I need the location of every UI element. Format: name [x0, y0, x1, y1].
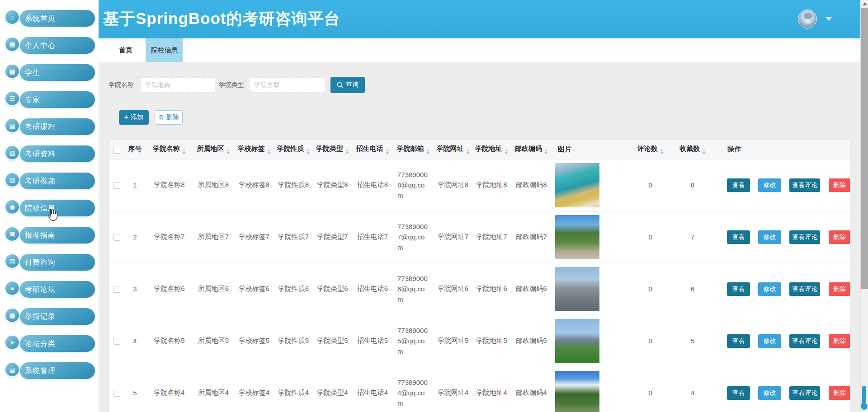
view-button[interactable]: 查看 — [727, 230, 750, 244]
sidebar-item-students[interactable]: ▦ 学生 — [0, 64, 99, 81]
column-header-type[interactable]: 学院类型 — [312, 140, 353, 159]
sidebar-item-experts[interactable]: ☰ 专家 — [0, 91, 99, 108]
cell-region: 所属地区6 — [193, 263, 234, 315]
sidebar-item-reports[interactable]: ▦ 举报记录 — [0, 308, 99, 325]
column-header-photo: 图片 — [552, 140, 628, 159]
sort-icon[interactable] — [505, 149, 508, 154]
data-table: 序号 学院名称 所属地区 学校标签 学院性质 学院类型 招生电话 学院邮箱 学院… — [109, 140, 850, 412]
row-checkbox[interactable] — [113, 390, 120, 397]
college-name-input[interactable] — [140, 77, 215, 93]
sidebar-item-videos[interactable]: ▦ 考研视频 — [0, 173, 99, 189]
tab-home[interactable]: 首页 — [112, 38, 139, 62]
view-comments-button[interactable]: 查看评论 — [789, 230, 820, 244]
sort-icon[interactable] — [386, 149, 389, 154]
cell-website: 学院网址5 — [434, 315, 472, 367]
column-header-college-name[interactable]: 学院名称 — [146, 140, 193, 159]
cell-website: 学院网址7 — [434, 211, 472, 263]
sidebar-item-label: 考研课程 — [20, 118, 95, 135]
college-type-input[interactable] — [249, 77, 325, 93]
row-delete-button[interactable]: 删除 — [829, 230, 850, 244]
grid-icon: ▦ — [5, 64, 20, 79]
scrollbar-thumb[interactable] — [861, 8, 868, 289]
table-row: 1 学院名称8 所属地区8 学校标签8 学院性质8 学院类型8 招生电话8 77… — [109, 159, 850, 211]
column-header-comments[interactable]: 评论数 — [628, 140, 672, 159]
cell-address: 学院地址5 — [472, 315, 511, 367]
page-title: 基于SpringBoot的考研咨询平台 — [103, 8, 340, 29]
column-header-tag[interactable]: 学校标签 — [234, 140, 274, 159]
row-delete-button[interactable]: 删除 — [829, 334, 850, 348]
sidebar-item-profile[interactable]: ▤ 个人中心 — [0, 37, 99, 54]
view-button[interactable]: 查看 — [727, 282, 750, 296]
sidebar-item-materials[interactable]: ▧ 考研资料 — [0, 145, 99, 162]
column-header-phone[interactable]: 招生电话 — [353, 140, 392, 159]
sidebar-item-courses[interactable]: ▦ 考研课程 — [0, 118, 99, 135]
sidebar-item-guide[interactable]: ▣ 报考指南 — [0, 227, 99, 243]
query-button[interactable]: 查询 — [330, 77, 365, 93]
add-button[interactable]: + 添加 — [119, 110, 149, 125]
sidebar-item-home[interactable]: ⌂ 系统首页 — [0, 10, 99, 27]
column-header-zip[interactable]: 邮政编码 — [511, 140, 552, 159]
tab-college-info[interactable]: 院校信息 — [146, 38, 183, 62]
avatar[interactable] — [798, 9, 817, 28]
row-checkbox[interactable] — [113, 182, 120, 189]
sidebar-item-label: 报考指南 — [20, 227, 95, 243]
view-button[interactable]: 查看 — [727, 386, 750, 400]
view-comments-button[interactable]: 查看评论 — [789, 386, 820, 400]
sort-icon[interactable] — [702, 149, 706, 154]
query-button-label: 查询 — [346, 81, 359, 89]
edit-button[interactable]: 修改 — [758, 282, 781, 296]
chevron-down-icon[interactable] — [826, 17, 832, 21]
edit-button[interactable]: 修改 — [758, 334, 781, 348]
column-header-email[interactable]: 学院邮箱 — [392, 140, 434, 159]
delete-button[interactable]: 删除 — [155, 110, 183, 125]
cell-address: 学院地址4 — [472, 367, 511, 412]
sort-icon[interactable] — [544, 149, 548, 154]
sort-icon[interactable] — [426, 149, 430, 154]
view-button[interactable]: 查看 — [727, 334, 750, 348]
ticket-icon: ▧ — [5, 145, 20, 160]
row-delete-button[interactable]: 删除 — [829, 386, 850, 400]
edit-button[interactable]: 修改 — [758, 230, 781, 244]
column-header-website[interactable]: 学院网址 — [434, 140, 472, 159]
cell-type: 学院类型5 — [312, 315, 353, 367]
select-all-checkbox[interactable] — [113, 147, 120, 154]
view-comments-button[interactable]: 查看评论 — [789, 334, 820, 348]
scrollbar[interactable] — [860, 0, 868, 412]
chevron-up-icon[interactable] — [863, 2, 867, 5]
view-comments-button[interactable]: 查看评论 — [789, 178, 820, 192]
column-header-nature[interactable]: 学院性质 — [274, 140, 312, 159]
sidebar-item-paid-consult[interactable]: ▥ 付费咨询 — [0, 254, 99, 271]
sidebar-item-forum[interactable]: ≡ 考研论坛 — [0, 281, 99, 298]
cell-nature: 学院性质6 — [274, 263, 312, 315]
grid-icon: ▦ — [5, 118, 20, 133]
row-delete-button[interactable]: 删除 — [829, 178, 850, 192]
column-header-address[interactable]: 学院地址 — [472, 140, 511, 159]
row-delete-button[interactable]: 删除 — [829, 282, 850, 296]
cell-zip: 邮政编码5 — [511, 315, 552, 367]
cell-tag: 学校标签8 — [234, 159, 274, 211]
edit-button[interactable]: 修改 — [758, 178, 781, 192]
sort-icon[interactable] — [466, 149, 470, 154]
sort-icon[interactable] — [182, 149, 186, 154]
row-checkbox[interactable] — [113, 338, 120, 345]
sidebar-item-system[interactable]: ▤ 系统管理 — [0, 362, 99, 379]
cell-phone: 招生电话7 — [353, 211, 392, 263]
view-button[interactable]: 查看 — [727, 178, 750, 192]
column-header-favorites[interactable]: 收藏数 — [672, 140, 713, 159]
view-comments-button[interactable]: 查看评论 — [789, 282, 820, 296]
sort-icon[interactable] — [226, 149, 230, 154]
cell-website: 学院网址8 — [434, 159, 472, 211]
sort-icon[interactable] — [660, 149, 664, 154]
sort-icon[interactable] — [345, 149, 349, 154]
cell-index: 2 — [124, 211, 146, 263]
column-header-region[interactable]: 所属地区 — [193, 140, 234, 159]
cell-email: 773890004@qq.com — [397, 377, 429, 409]
sidebar-item-colleges[interactable]: ◉ 院校信息 — [0, 200, 99, 216]
edit-button[interactable]: 修改 — [758, 386, 781, 400]
sidebar-item-forum-categories[interactable]: ➤ 论坛分类 — [0, 335, 99, 352]
cell-comments: 0 — [628, 159, 672, 211]
row-checkbox[interactable] — [113, 286, 120, 293]
sort-icon[interactable] — [307, 149, 310, 154]
sort-icon[interactable] — [267, 149, 271, 154]
row-checkbox[interactable] — [113, 234, 120, 241]
